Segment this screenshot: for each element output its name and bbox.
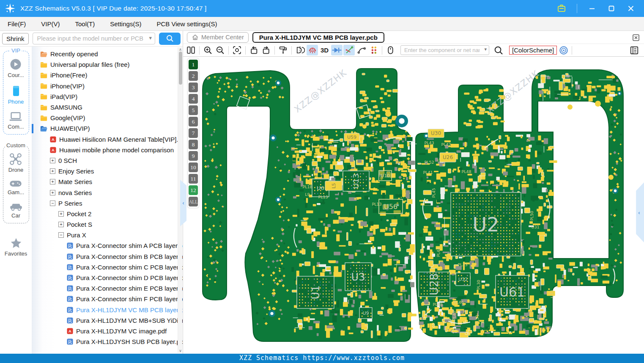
component-search-button[interactable] bbox=[493, 45, 504, 55]
mouse-icon[interactable] bbox=[385, 45, 396, 55]
rail-item-favorites[interactable]: Favorites bbox=[5, 237, 27, 257]
component-search-combo[interactable]: ▾ bbox=[400, 45, 489, 55]
menu-item-tool-t[interactable]: Tool(T) bbox=[75, 20, 95, 28]
rail-item-phone[interactable]: Phone bbox=[8, 85, 24, 105]
layer-button-9[interactable]: 9 bbox=[189, 151, 198, 161]
layer-button-10[interactable]: 10 bbox=[189, 162, 198, 172]
expand-icon[interactable]: + bbox=[58, 222, 64, 227]
tree-item-pura-x-hl1djym-vc-image-pdf[interactable]: APura X-HL1DJYM VC image.pdf bbox=[32, 326, 183, 336]
tree-item-enjoy-series[interactable]: +Enjoy Series bbox=[32, 166, 183, 176]
menu-item-file-f[interactable]: File(F) bbox=[8, 20, 26, 28]
tree-item-pura-x-connector-shim-d-pcb-layer-p[interactable]: Pura X-Connector shim D PCB layer.p bbox=[32, 272, 183, 283]
rail-item-drone[interactable]: Drone bbox=[8, 153, 23, 173]
layer-button-2[interactable]: 2 bbox=[189, 71, 198, 81]
layer-button-3[interactable]: 3 bbox=[189, 82, 198, 92]
pcb-component-u32[interactable]: U32 bbox=[456, 273, 470, 286]
member-center-button[interactable]: Member Center bbox=[187, 32, 249, 43]
close-tab-icon[interactable] bbox=[632, 34, 640, 43]
expand-icon[interactable]: + bbox=[58, 211, 64, 217]
pcb-component-u28[interactable]: U28 bbox=[419, 272, 450, 297]
menu-item-vip-v[interactable]: VIP(V) bbox=[41, 20, 60, 28]
expand-icon[interactable]: + bbox=[50, 158, 55, 163]
collapse-tree-handle[interactable]: ‹ bbox=[180, 180, 186, 226]
pcb-component-u13[interactable]: U13 bbox=[343, 171, 369, 191]
zoom-out-icon[interactable] bbox=[214, 45, 226, 55]
scroll-up-icon[interactable]: ∧ bbox=[178, 47, 183, 52]
scroll-down-icon[interactable]: ∨ bbox=[178, 349, 183, 353]
model-search-button[interactable] bbox=[159, 33, 181, 45]
tree-item-pura-x-connector-shim-b-pcb-layer-p[interactable]: Pura X-Connector shim B PCB layer.p bbox=[32, 251, 183, 262]
expand-icon[interactable]: + bbox=[50, 190, 55, 195]
minimize-button[interactable] bbox=[587, 4, 597, 13]
pcb-canvas[interactable]: 123456789101112ALL U2U61U28U3U1U13U6U56U… bbox=[183, 57, 644, 354]
pcb-component-u61[interactable]: U61 bbox=[496, 275, 529, 308]
pcb-component-u2[interactable]: U2 bbox=[451, 192, 521, 256]
tree-item-pura-x-connector-shim-a-pcb-layer-p[interactable]: Pura X-Connector shim A PCB layer.p bbox=[32, 240, 183, 251]
pcb-component-u30[interactable]: U30 bbox=[428, 129, 444, 138]
rail-item-computer[interactable]: Com... bbox=[8, 111, 24, 130]
rail-item-game[interactable]: Gam... bbox=[8, 179, 24, 195]
tree-item-pura-x-connector-shim-e-pcb-layer-p[interactable]: Pura X-Connector shim E PCB layer.p bbox=[32, 283, 183, 294]
rotate-right-icon[interactable] bbox=[260, 45, 272, 55]
close-button[interactable] bbox=[626, 4, 636, 13]
tree-item-pura-x-hl1djym-vc-mb-pcb-layer-p[interactable]: Pura X-HL1DJYM VC MB PCB layer.p bbox=[32, 305, 183, 315]
view-3d-button[interactable]: 3D bbox=[319, 45, 330, 55]
tree-item-0-sch[interactable]: +0 SCH bbox=[32, 155, 183, 166]
scrollbar-thumb[interactable] bbox=[179, 52, 182, 85]
zoom-in-icon[interactable] bbox=[202, 45, 214, 55]
tree-item-pura-x-hl1djysh-sub-pcb-layer-pcb[interactable]: Pura X-HL1DJYSH SUB PCB layer.pcb bbox=[32, 336, 183, 347]
focus-select-icon[interactable] bbox=[231, 45, 243, 55]
rotate-left-icon[interactable] bbox=[248, 45, 260, 55]
measure-icon[interactable] bbox=[343, 45, 355, 55]
pcb-component-u9[interactable]: U9 bbox=[359, 308, 372, 319]
tree-item-pura-x-hl1djym-vc-mb-sub-yidiar[interactable]: Pura X-HL1DJYM VC MB+SUB YiDiar bbox=[32, 315, 183, 326]
tree-item-iphone-free[interactable]: iPhone(Free) bbox=[32, 70, 183, 80]
chevron-down-icon[interactable]: ▾ bbox=[149, 35, 152, 41]
split-view-icon[interactable] bbox=[185, 45, 197, 55]
tree-item-google-vip[interactable]: Google(VIP) bbox=[32, 113, 183, 123]
tree-item-pocket-s[interactable]: +Pocket S bbox=[32, 219, 183, 230]
briefcase-icon[interactable] bbox=[556, 3, 567, 14]
pcb-component-l5[interactable]: L5 bbox=[325, 181, 342, 190]
tree-item-pocket-2[interactable]: +Pocket 2 bbox=[32, 209, 183, 219]
tree-item-huawei-mobile-phone-model-comparison[interactable]: AHuawei mobile phone model comparison bbox=[32, 145, 183, 155]
pcb-component-u26[interactable]: U26 bbox=[440, 153, 456, 162]
layer-button-4[interactable]: 4 bbox=[189, 94, 198, 104]
layer-button-8[interactable]: 8 bbox=[189, 140, 198, 149]
pcb-component-u1[interactable]: U1 bbox=[297, 276, 334, 308]
highlight-lamp-icon[interactable] bbox=[307, 45, 318, 55]
menu-item-settings-s[interactable]: Settings(S) bbox=[110, 20, 141, 28]
collapse-icon[interactable]: − bbox=[50, 201, 55, 206]
colorscheme-button[interactable]: [ColorScheme] bbox=[509, 46, 557, 55]
tree-item-p-series[interactable]: −P Series bbox=[32, 198, 183, 209]
model-search-input[interactable] bbox=[33, 33, 155, 44]
layer-button-5[interactable]: 5 bbox=[189, 105, 198, 115]
tree-item-samsung[interactable]: SAMSUNG bbox=[32, 102, 183, 113]
tree-item-huawei-vip[interactable]: HUAWEI(VIP) bbox=[32, 123, 183, 134]
component-search-input[interactable] bbox=[400, 45, 489, 55]
pcb-component-u56[interactable]: U56 bbox=[379, 199, 403, 214]
layer-button-11[interactable]: 11 bbox=[189, 174, 198, 184]
layer-button-all[interactable]: ALL bbox=[189, 197, 198, 206]
tree-item-mate-series[interactable]: +Mate Series bbox=[32, 176, 183, 187]
expand-icon[interactable]: + bbox=[50, 179, 55, 184]
color-dots-icon[interactable] bbox=[368, 45, 379, 55]
pcb-board-view[interactable]: U2U61U28U3U1U13U6U56U59U30U26U9U32U10L5P… bbox=[199, 57, 644, 354]
panel-list-icon[interactable] bbox=[628, 45, 640, 55]
layer-button-7[interactable]: 7 bbox=[189, 128, 198, 138]
pcb-component-u3[interactable]: U3 bbox=[345, 263, 371, 291]
tree-item-pura-x-connector-shim-c-pcb-layer-p[interactable]: Pura X-Connector shim C PCB layer.p bbox=[32, 262, 183, 272]
collapse-icon[interactable]: − bbox=[58, 232, 64, 238]
diode-icon[interactable] bbox=[331, 45, 343, 55]
mirror-flip-icon[interactable] bbox=[294, 45, 306, 55]
rail-item-course[interactable]: Cour... bbox=[8, 58, 24, 78]
tree-item-ipad-vip[interactable]: iPad(VIP) bbox=[32, 91, 183, 102]
maximize-button[interactable] bbox=[607, 4, 616, 13]
paint-roller-icon[interactable] bbox=[277, 45, 289, 55]
chevron-down-icon[interactable]: ▾ bbox=[484, 47, 487, 52]
tree-item-recently-opened[interactable]: Recently opened bbox=[32, 49, 183, 59]
curve-icon[interactable] bbox=[356, 45, 367, 55]
rail-item-car[interactable]: Car bbox=[10, 202, 22, 219]
tree-item-pura-x[interactable]: −Pura X bbox=[32, 230, 183, 240]
menu-item-pcb-view-settings-s[interactable]: PCB View settings(S) bbox=[156, 20, 217, 28]
